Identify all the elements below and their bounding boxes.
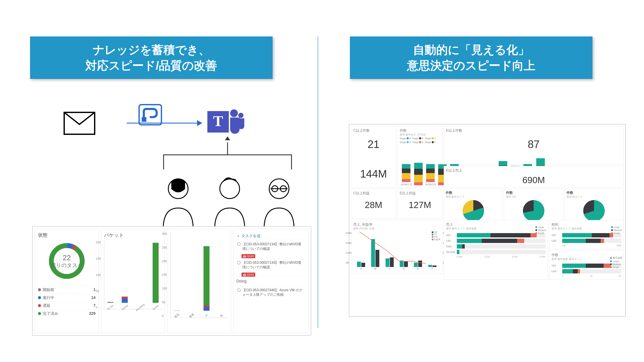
dashboard: C以上件数21144M E以上件数87 件数基準 案件化月, STAGE Sta… <box>349 124 626 317</box>
planner-panel: 状態 22残りのタスク 開始前1進行中14遅延7完了済み229 バケット 050… <box>32 226 311 336</box>
header-right: 自動的に「見える化」 意思決定のスピード向上 <box>350 36 592 79</box>
bucket-bars: 050100150200 To Do Doing Pending Done <box>104 241 162 309</box>
kpi-c-profit: C以上利益28M <box>351 189 396 219</box>
task-item[interactable]: 【CID-053-00027134】 弊社のWVD環境についての確認 <box>236 240 306 253</box>
svg-point-6 <box>238 113 244 118</box>
bracket-icon <box>163 154 292 169</box>
hbar-count: 件数基準 案件規模, 案件タイプVDIL&S02040案件規模LargeMedi… <box>549 251 624 280</box>
hbar-profit: 粗利基準 案件タイプ, 案件規模VDIL&S0M50MLargeMediumSm… <box>549 220 624 249</box>
mail-icon <box>63 111 96 135</box>
task-item[interactable]: 【CID-053-00027134】 弊社のWVD環境についての確認 <box>236 258 306 272</box>
priority-bars: 050100150200250300 緊急 重要 中 低 <box>170 232 228 318</box>
task-list: 【CID-053-00027134】 弊社のWVD環境についての確認📅 01/0… <box>236 240 306 277</box>
status-legend: 開始前1進行中14遅延7完了済み229 <box>38 286 96 317</box>
title-left-line1: ナレッジを蓄積でき、 <box>93 43 210 56</box>
tasks-card: ＋ タスクを追 【CID-053-00027134】 弊社のWVD環境についての… <box>233 229 309 333</box>
task-list-doing: 【CID-053-00027446】 Azure VM のクォータ上限アップのご… <box>236 286 306 299</box>
title-left-line2: 対応スピード/品質の改善 <box>86 59 217 72</box>
hbar-sales: 売上基準 案件タイプ, 案件規模VDIL&SDataSecurity0.0bn0… <box>444 220 548 280</box>
header-left: ナレッジを蓄積でき、 対応スピード/品質の改善 <box>30 36 273 79</box>
kpi-e-sales: E以上売上690M <box>444 166 624 187</box>
svg-point-8 <box>220 179 240 199</box>
arrow-icon <box>127 123 202 123</box>
svg-rect-2 <box>142 117 146 122</box>
kpi-c-count: C以上件数21144M <box>351 126 396 187</box>
combo-chart: 売上, 利益率基準 STAGE, 分類 A B C D E F0M100M200… <box>351 220 442 274</box>
pie-card: 件数基準 案件タイプ <box>444 189 503 225</box>
task-group-label: Doing <box>236 277 306 286</box>
donut-center-value: 22 <box>63 254 71 262</box>
hbar-grid: 売上基準 案件タイプ, 案件規模VDIL&SDataSecurity0.0bn0… <box>444 220 624 274</box>
flow-diagram: T <box>52 103 266 163</box>
pie-card: 件数基準 VDI <box>504 189 563 225</box>
bucket-card: バケット 050100150200 To Do Doing Pending Do… <box>101 229 165 333</box>
svg-point-5 <box>230 109 238 117</box>
task-item[interactable]: 【CID-053-00027446】 Azure VM のクォータ上限アップのご… <box>236 286 306 299</box>
status-card: 状態 22残りのタスク 開始前1進行中14遅延7完了済み229 <box>35 229 99 333</box>
donut-center-label: 残りのタスク <box>51 262 83 269</box>
teams-icon: T <box>206 107 245 141</box>
pie-charts: 件数基準 案件タイプ件数基準 VDI件数基準 他タイプ <box>444 189 624 219</box>
vertical-divider <box>318 36 318 328</box>
title-right-line1: 自動的に「見える化」 <box>413 43 530 56</box>
svg-text:T: T <box>213 113 223 129</box>
priority-card: 050100150200250300 緊急 重要 中 低 <box>167 229 231 333</box>
stacked-month-chart: 件数基準 案件化月, STAGE Stage AStage BStage CSt… <box>397 126 442 187</box>
add-task-button[interactable]: ＋ タスクを追 <box>236 232 306 240</box>
people-icons <box>159 174 300 230</box>
pie-card: 件数基準 他タイプ <box>564 189 624 225</box>
status-title: 状態 <box>38 232 96 239</box>
title-right-line2: 意思決定のスピード向上 <box>407 59 536 72</box>
kpi-e-profit: E以上利益127M <box>397 189 442 219</box>
bucket-title: バケット <box>104 232 162 239</box>
